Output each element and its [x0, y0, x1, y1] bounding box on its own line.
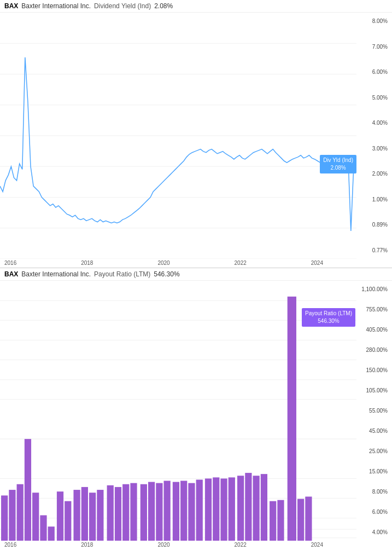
- svg-rect-33: [107, 485, 114, 541]
- svg-rect-50: [245, 473, 251, 541]
- chart-container: BAX Baxter International Inc. Dividend Y…: [0, 0, 392, 550]
- svg-rect-30: [81, 487, 88, 541]
- svg-rect-34: [115, 487, 121, 541]
- bx-label-2016: 2016: [4, 542, 16, 550]
- bx-label-2024: 2024: [311, 542, 323, 550]
- y-label-5: 4.00%: [356, 120, 390, 126]
- by-label-6: 105.00%: [356, 387, 390, 393]
- svg-rect-21: [9, 490, 15, 541]
- svg-rect-32: [97, 490, 103, 541]
- svg-rect-38: [148, 482, 155, 541]
- svg-rect-40: [164, 481, 171, 541]
- by-label-7: 55.00%: [356, 408, 390, 414]
- svg-rect-54: [277, 500, 284, 541]
- svg-rect-57: [305, 496, 312, 541]
- top-tooltip: Div Yld (Ind) 2.08%: [320, 155, 356, 173]
- svg-rect-52: [261, 474, 267, 541]
- y-label-1: 8.00%: [356, 18, 390, 24]
- bottom-y-axis: 1,100.00% 755.00% 405.00% 280.00% 150.00…: [356, 281, 392, 541]
- bottom-chart: BAX Baxter International Inc. Payout Rat…: [0, 268, 392, 550]
- bottom-metric: Payout Ratio (LTM): [94, 270, 150, 278]
- bottom-chart-plot: Payout Ratio (LTM) 546.30%: [0, 281, 356, 541]
- svg-rect-41: [173, 482, 179, 541]
- bottom-tooltip-line2: 546.30%: [305, 317, 352, 325]
- svg-rect-55: [288, 297, 296, 541]
- svg-rect-56: [297, 499, 304, 541]
- by-label-12: 6.00%: [356, 509, 390, 515]
- svg-rect-47: [220, 478, 227, 541]
- svg-rect-36: [130, 483, 137, 541]
- svg-rect-46: [213, 477, 219, 541]
- top-chart-header: BAX Baxter International Inc. Dividend Y…: [0, 0, 392, 13]
- tooltip-line1: Div Yld (Ind): [323, 157, 353, 164]
- top-company: Baxter International Inc.: [21, 2, 91, 10]
- by-label-5: 150.00%: [356, 367, 390, 373]
- svg-rect-53: [270, 501, 276, 541]
- svg-rect-27: [57, 491, 63, 541]
- y-label-7: 2.00%: [356, 171, 390, 177]
- svg-rect-23: [25, 439, 31, 541]
- top-chart: BAX Baxter International Inc. Dividend Y…: [0, 0, 392, 268]
- y-label-10: 0.77%: [356, 247, 390, 253]
- y-label-3: 6.00%: [356, 69, 390, 75]
- svg-rect-22: [17, 484, 24, 541]
- svg-rect-45: [205, 478, 212, 541]
- y-label-2: 7.00%: [356, 44, 390, 50]
- top-ticker: BAX: [4, 2, 18, 10]
- svg-rect-49: [237, 476, 244, 541]
- by-label-4: 280.00%: [356, 347, 390, 353]
- svg-rect-20: [1, 495, 8, 541]
- bx-label-2022: 2022: [235, 542, 247, 550]
- by-label-13: 4.00%: [356, 529, 390, 535]
- svg-rect-28: [65, 501, 71, 541]
- y-label-4: 5.00%: [356, 95, 390, 101]
- dividend-yield-svg: [0, 13, 356, 259]
- bottom-company: Baxter International Inc.: [21, 270, 91, 278]
- bx-label-2018: 2018: [81, 542, 93, 550]
- svg-rect-24: [32, 493, 39, 541]
- by-label-1: 1,100.00%: [356, 286, 390, 292]
- svg-rect-43: [188, 483, 195, 541]
- top-value: 2.08%: [154, 2, 173, 10]
- svg-rect-48: [229, 477, 235, 541]
- y-label-6: 3.00%: [356, 146, 390, 152]
- by-label-8: 45.00%: [356, 428, 390, 434]
- svg-rect-39: [156, 483, 162, 541]
- by-label-3: 405.00%: [356, 327, 390, 333]
- svg-rect-51: [253, 476, 260, 541]
- top-metric: Dividend Yield (Ind): [94, 2, 151, 10]
- top-chart-plot: Div Yld (Ind) 2.08%: [0, 13, 356, 259]
- y-label-9: 0.89%: [356, 222, 390, 228]
- top-chart-area: Div Yld (Ind) 2.08% 8.00% 7.00% 6.00% 5.…: [0, 13, 392, 259]
- svg-rect-25: [40, 516, 46, 541]
- bottom-ticker: BAX: [4, 270, 18, 278]
- tooltip-line2: 2.08%: [323, 164, 353, 172]
- bx-label-2020: 2020: [157, 542, 169, 550]
- top-y-axis: 8.00% 7.00% 6.00% 5.00% 4.00% 3.00% 2.00…: [356, 13, 392, 259]
- by-label-2: 755.00%: [356, 306, 390, 312]
- svg-rect-29: [73, 490, 80, 541]
- svg-rect-42: [180, 481, 187, 541]
- svg-rect-44: [196, 479, 203, 541]
- bottom-chart-area: Payout Ratio (LTM) 546.30% 1,100.00% 755…: [0, 281, 392, 541]
- bottom-value: 546.30%: [154, 270, 179, 278]
- by-label-10: 15.00%: [356, 468, 390, 474]
- svg-rect-26: [48, 526, 55, 541]
- bottom-tooltip: Payout Ratio (LTM) 546.30%: [302, 308, 355, 327]
- svg-rect-31: [89, 493, 96, 541]
- y-label-8: 1.00%: [356, 196, 390, 202]
- by-label-11: 8.00%: [356, 489, 390, 495]
- bottom-tooltip-line1: Payout Ratio (LTM): [305, 310, 352, 317]
- bottom-chart-header: BAX Baxter International Inc. Payout Rat…: [0, 268, 392, 281]
- bottom-x-axis: 2016 2018 2020 2022 2024: [0, 541, 392, 550]
- svg-rect-35: [122, 484, 129, 541]
- svg-rect-37: [141, 484, 147, 541]
- by-label-9: 25.00%: [356, 448, 390, 454]
